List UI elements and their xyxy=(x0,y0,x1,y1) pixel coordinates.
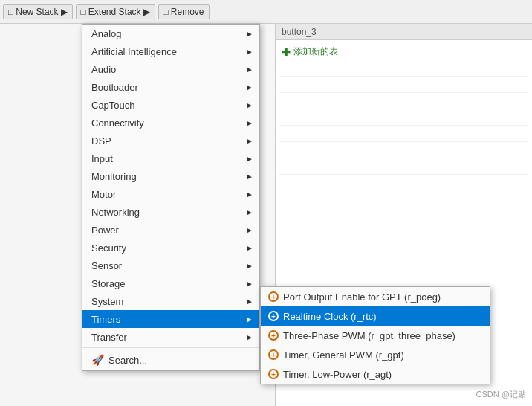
menu-item-label: Networking xyxy=(91,207,140,218)
menu-item-captouch[interactable]: CapTouch► xyxy=(82,96,259,114)
submenu-item-label: Realtime Clock (r_rtc) xyxy=(283,311,377,322)
menu-item-label: Audio xyxy=(91,64,116,75)
new-stack-icon: □ xyxy=(8,7,13,17)
menu-item-networking[interactable]: Networking► xyxy=(82,203,259,221)
menu-item-label: Sensor xyxy=(91,260,122,271)
submenu-chevron-icon: ► xyxy=(246,297,253,306)
add-component-icon: + xyxy=(268,369,279,379)
menu-item-label: DSP xyxy=(91,135,111,146)
submenu-chevron-icon: ► xyxy=(246,65,253,74)
submenu-chevron-icon: ► xyxy=(246,333,253,341)
new-stack-label: New Stack xyxy=(16,7,58,17)
right-panel-header: button_3 xyxy=(276,24,532,40)
extend-stack-button[interactable]: □ Extend Stack ▶ xyxy=(76,4,155,19)
add-new-row[interactable]: ✚ 添加新的表 xyxy=(279,43,529,60)
submenu-chevron-icon: ► xyxy=(246,208,253,216)
submenu-item-label: Port Output Enable for GPT (r_poeg) xyxy=(283,291,441,303)
main-menu: Analog►Artificial Intelligence►Audio►Boo… xyxy=(82,24,260,371)
menu-item-transfer[interactable]: Transfer► xyxy=(82,328,259,346)
add-component-icon: + xyxy=(268,330,279,341)
menu-item-power[interactable]: Power► xyxy=(82,221,259,239)
menu-item-storage[interactable]: Storage► xyxy=(82,274,259,292)
menu-item-label: Security xyxy=(91,242,126,254)
table-row xyxy=(279,126,529,142)
right-panel-title: button_3 xyxy=(282,27,317,37)
menu-item-label: Analog xyxy=(91,28,121,39)
submenu-item-label: Timer, Low-Power (r_agt) xyxy=(283,369,392,380)
watermark: CSDN @记贴 xyxy=(476,389,526,400)
submenu-chevron-icon: ► xyxy=(246,262,253,270)
table-row xyxy=(279,158,529,175)
submenu-item-timer--low-power--r-agt-[interactable]: +Timer, Low-Power (r_agt) xyxy=(261,364,490,384)
menu-item-label: Motor xyxy=(91,189,116,200)
extend-stack-label: Extend Stack xyxy=(88,7,141,17)
new-stack-button[interactable]: □ New Stack ▶ xyxy=(3,4,73,19)
menu-item-label: Power xyxy=(91,225,119,236)
menu-item-label: Input xyxy=(91,153,113,164)
submenu-item-port-output-enable-for-gpt--r-[interactable]: +Port Output Enable for GPT (r_poeg) xyxy=(261,287,490,306)
menu-item-label: Bootloader xyxy=(91,82,138,93)
menu-item-label: Monitoring xyxy=(91,171,137,182)
menu-item-timers[interactable]: Timers► xyxy=(82,310,259,328)
submenu-chevron-icon: ► xyxy=(246,244,253,252)
search-label: Search... xyxy=(108,355,147,366)
submenu-item-timer--general-pwm--r-gpt-[interactable]: +Timer, General PWM (r_gpt) xyxy=(261,345,490,364)
add-new-label: 添加新的表 xyxy=(293,45,338,58)
table-row xyxy=(279,109,529,126)
submenu-item-label: Timer, General PWM (r_gpt) xyxy=(283,349,404,361)
remove-button[interactable]: □ Remove xyxy=(158,4,210,19)
menu-item-system[interactable]: System► xyxy=(82,292,259,310)
menu-item-motor[interactable]: Motor► xyxy=(82,185,259,203)
submenu-item-realtime-clock--r-rtc-[interactable]: +Realtime Clock (r_rtc) xyxy=(261,306,490,326)
table-row xyxy=(279,60,529,77)
submenu-chevron-icon: ► xyxy=(246,48,253,56)
menu-item-label: Transfer xyxy=(91,332,127,343)
menu-item-monitoring[interactable]: Monitoring► xyxy=(82,167,259,185)
menu-item-label: Connectivity xyxy=(91,117,144,129)
table-row xyxy=(279,93,529,109)
submenu-chevron-icon: ► xyxy=(246,280,253,288)
add-component-icon: + xyxy=(268,349,279,360)
menu-item-artificial-intelligence[interactable]: Artificial Intelligence► xyxy=(82,42,259,60)
menu-item-connectivity[interactable]: Connectivity► xyxy=(82,114,259,132)
menu-item-sensor[interactable]: Sensor► xyxy=(82,257,259,274)
remove-icon: □ xyxy=(163,7,169,17)
submenu-chevron-icon: ► xyxy=(246,30,253,38)
extend-stack-chevron: ▶ xyxy=(143,7,150,17)
submenu: +Port Output Enable for GPT (r_poeg)+Rea… xyxy=(260,286,490,384)
menu-item-security[interactable]: Security► xyxy=(82,239,259,257)
submenu-chevron-icon: ► xyxy=(246,83,253,91)
toolbar: □ New Stack ▶ □ Extend Stack ▶ □ Remove xyxy=(0,0,532,24)
table-area: ✚ 添加新的表 xyxy=(276,40,532,178)
add-component-icon: + xyxy=(268,311,279,321)
search-menu-item[interactable]: 🚀Search... xyxy=(82,349,259,370)
add-icon: ✚ xyxy=(282,46,291,58)
menu-item-analog[interactable]: Analog► xyxy=(82,25,259,42)
menu-item-label: Timers xyxy=(91,314,120,325)
submenu-chevron-icon: ► xyxy=(246,190,253,199)
submenu-chevron-icon: ► xyxy=(246,119,253,127)
submenu-item-three-phase-pwm--r-gpt-three-p[interactable]: +Three-Phase PWM (r_gpt_three_phase) xyxy=(261,326,490,345)
submenu-chevron-icon: ► xyxy=(246,226,253,234)
submenu-chevron-icon: ► xyxy=(246,155,253,163)
menu-item-bootloader[interactable]: Bootloader► xyxy=(82,78,259,96)
menu-item-audio[interactable]: Audio► xyxy=(82,60,259,78)
new-stack-chevron: ▶ xyxy=(61,7,68,17)
submenu-chevron-icon: ► xyxy=(246,173,253,181)
menu-item-label: CapTouch xyxy=(91,100,135,111)
watermark-text: CSDN @记贴 xyxy=(476,390,526,399)
submenu-chevron-icon: ► xyxy=(246,101,253,109)
submenu-chevron-icon: ► xyxy=(246,315,253,323)
submenu-item-label: Three-Phase PWM (r_gpt_three_phase) xyxy=(283,330,455,341)
remove-label: Remove xyxy=(171,7,204,17)
menu-divider xyxy=(82,347,259,348)
table-row xyxy=(279,77,529,93)
submenu-chevron-icon: ► xyxy=(246,137,253,145)
rocket-icon: 🚀 xyxy=(91,354,104,366)
menu-item-label: System xyxy=(91,296,123,307)
menu-item-input[interactable]: Input► xyxy=(82,149,259,167)
menu-item-dsp[interactable]: DSP► xyxy=(82,132,259,149)
extend-stack-icon: □ xyxy=(81,7,86,17)
menu-item-label: Storage xyxy=(91,278,126,289)
table-row xyxy=(279,142,529,158)
